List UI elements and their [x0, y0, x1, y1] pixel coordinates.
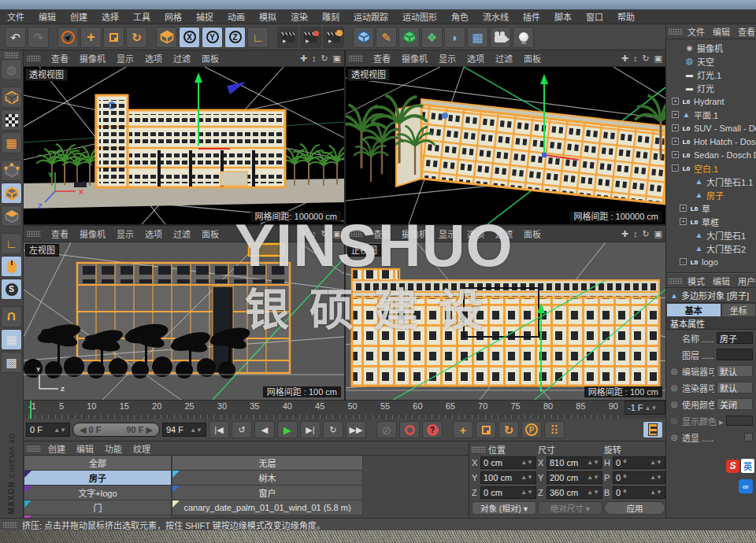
- size-field[interactable]: 810 cm▲▼: [547, 456, 602, 469]
- key-rotation-button[interactable]: ↻: [498, 421, 519, 438]
- viewport-menu-item[interactable]: 查看: [46, 52, 74, 65]
- ime-language-badge[interactable]: 英: [741, 459, 754, 473]
- floor-button[interactable]: ▦: [467, 27, 488, 48]
- live-selection-button[interactable]: ▶: [57, 27, 79, 48]
- size-field[interactable]: 200 cm▲▼: [547, 471, 602, 484]
- object-tree-item[interactable]: 房子: [666, 188, 756, 201]
- edges-mode-button[interactable]: [1, 183, 22, 204]
- viewport-menu-item[interactable]: 摄像机: [396, 52, 433, 65]
- viewport-menu-item[interactable]: 过滤: [168, 52, 196, 65]
- object-manager-menu-item[interactable]: 查看: [734, 25, 756, 38]
- expander-icon[interactable]: +: [672, 151, 679, 158]
- spinner-icon[interactable]: ▲▼: [650, 459, 662, 466]
- viewport2-canvas[interactable]: 透视视图 网格间距 : 100000 cm: [346, 67, 665, 224]
- last-tool-button[interactable]: [156, 27, 177, 48]
- keyframe-strip-button[interactable]: [643, 421, 663, 438]
- panel-handle-icon[interactable]: [27, 445, 41, 452]
- menu-item[interactable]: 插件: [516, 10, 547, 23]
- z-axis-lock-button[interactable]: Z: [224, 27, 246, 48]
- menu-item[interactable]: 运动图形: [395, 10, 444, 23]
- zoom-view-icon[interactable]: ↕: [633, 54, 638, 64]
- spinner-icon[interactable]: ▲▼: [190, 427, 202, 434]
- object-manager-menu-item[interactable]: 编辑: [709, 25, 734, 38]
- expander-icon[interactable]: +: [672, 111, 679, 118]
- expander-icon[interactable]: -: [680, 258, 687, 265]
- object-tree-item[interactable]: 大门垫石2: [666, 242, 756, 255]
- undo-button[interactable]: ↶: [5, 27, 26, 48]
- viewport-menu-item[interactable]: 过滤: [168, 227, 196, 240]
- coordinate-system-button[interactable]: ∟: [247, 27, 269, 48]
- layer-menu-item[interactable]: 功能: [99, 442, 128, 455]
- panel-handle-icon[interactable]: [349, 55, 363, 61]
- mograph-button[interactable]: ❖: [421, 27, 443, 48]
- object-tree-item[interactable]: + 平面.1: [666, 108, 756, 121]
- menu-item[interactable]: 文件: [0, 10, 32, 23]
- light-button[interactable]: [513, 27, 534, 48]
- spinner-icon[interactable]: ▲▼: [650, 474, 662, 481]
- scale-button[interactable]: [103, 27, 124, 48]
- spinner-icon[interactable]: ▲▼: [587, 459, 599, 466]
- workplane-lock-button[interactable]: ▦: [1, 329, 22, 350]
- viewport-solo-button[interactable]: [1, 256, 22, 277]
- viewport-menu-item[interactable]: 面板: [196, 227, 224, 240]
- redo-button[interactable]: ↷: [28, 27, 49, 48]
- object-tree-item[interactable]: 灯光: [666, 81, 756, 94]
- panel-handle-icon[interactable]: [669, 278, 683, 284]
- rotate-view-icon[interactable]: ↻: [321, 229, 328, 239]
- rotation-field[interactable]: 0 °▲▼: [613, 471, 665, 484]
- texture-mode-button[interactable]: [1, 109, 22, 131]
- menu-item[interactable]: 窗口: [579, 10, 610, 23]
- object-tree-item[interactable]: + Hydrant: [666, 94, 756, 108]
- previous-frame-button[interactable]: ◀: [254, 421, 275, 438]
- menu-item[interactable]: 创建: [63, 10, 94, 23]
- viewport-menu-item[interactable]: 显示: [433, 227, 461, 240]
- ime-tool-icon[interactable]: ∞: [739, 479, 753, 493]
- expander-icon[interactable]: +: [672, 124, 679, 131]
- object-tree-item[interactable]: - logo: [666, 255, 756, 268]
- expander-icon[interactable]: +: [672, 138, 679, 145]
- viewport-menu-item[interactable]: 摄像机: [74, 227, 111, 240]
- viewport4-canvas[interactable]: 正视图 网格间距 : 100 cm: [346, 242, 665, 400]
- keyframe-selection-button[interactable]: ?: [422, 421, 443, 438]
- object-manager-menu-item[interactable]: 文件: [684, 25, 709, 38]
- deformer-button[interactable]: ◗: [444, 27, 465, 48]
- display-color-swatch[interactable]: [726, 416, 753, 426]
- menu-item[interactable]: 模拟: [252, 10, 284, 23]
- previous-key-button[interactable]: ↺: [232, 421, 252, 438]
- expander-icon[interactable]: -: [672, 164, 679, 172]
- object-tree-item[interactable]: 灯光.1: [666, 68, 756, 81]
- key-scale-button[interactable]: [476, 421, 496, 438]
- panel-handle-icon[interactable]: [3, 522, 17, 528]
- viewport-menu-item[interactable]: 选项: [461, 227, 490, 240]
- panel-handle-icon[interactable]: [27, 55, 41, 61]
- current-frame-field[interactable]: 0 F▲▼: [26, 423, 70, 437]
- record-keyframe-button[interactable]: ⊘: [376, 421, 397, 438]
- menu-item[interactable]: 雕刻: [315, 10, 346, 23]
- expander-icon[interactable]: +: [672, 98, 679, 105]
- radio-icon[interactable]: ◎: [671, 416, 680, 425]
- layer-row[interactable]: 房子: [24, 471, 172, 486]
- menu-item[interactable]: 网格: [158, 10, 189, 23]
- object-tree-item[interactable]: + Hot Hatch - Dosch: [666, 135, 756, 148]
- layer-menu-item[interactable]: 纹理: [128, 442, 156, 455]
- snap-settings-button[interactable]: S: [1, 279, 22, 300]
- x-axis-lock-button[interactable]: X: [179, 27, 200, 48]
- maximize-view-icon[interactable]: ▣: [654, 54, 662, 64]
- spinner-icon[interactable]: ▲▼: [645, 404, 658, 412]
- move-button[interactable]: +: [80, 27, 102, 48]
- maximize-view-icon[interactable]: ▣: [333, 54, 341, 64]
- pan-view-icon[interactable]: ✚: [300, 229, 307, 239]
- viewport-menu-item[interactable]: 过滤: [490, 52, 518, 65]
- maximize-view-icon[interactable]: ▣: [654, 229, 662, 239]
- layer-row[interactable]: 文字+logo: [24, 486, 172, 501]
- menu-item[interactable]: 帮助: [610, 10, 642, 23]
- workplane-mode-button[interactable]: ▦: [1, 132, 22, 153]
- apply-button[interactable]: 应用: [604, 501, 665, 515]
- end-frame-field[interactable]: 94 F▲▼: [162, 423, 206, 437]
- menu-item[interactable]: 角色: [444, 10, 476, 23]
- viewport1-canvas[interactable]: 透视视图 网格间距: 100000 cm: [24, 67, 344, 224]
- spline-pen-button[interactable]: ✎: [376, 27, 397, 48]
- radio-icon[interactable]: ◎: [671, 400, 680, 408]
- autokey-button[interactable]: [399, 421, 420, 438]
- coordinate-mode-dropdown[interactable]: 对象 (相对)▾: [472, 501, 536, 515]
